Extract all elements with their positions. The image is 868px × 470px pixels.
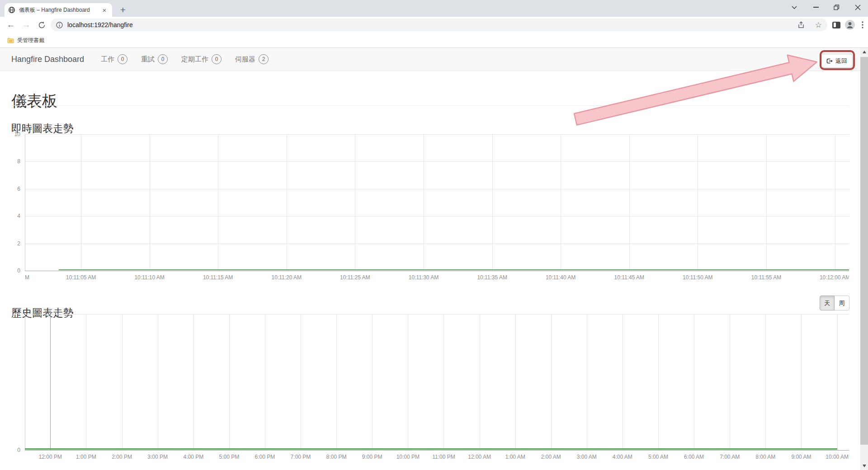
bookmark-star-icon[interactable]: ☆ (815, 20, 822, 30)
tab-title: 儀表板 – Hangfire Dashboard (19, 6, 97, 14)
y-tick-label: 1 (17, 311, 20, 317)
plot-left-border (25, 134, 25, 271)
x-tick-label: 8:00 PM (326, 454, 347, 460)
nav-item-label: 重試 (141, 55, 155, 64)
x-tick-label: 11:00 PM (432, 454, 455, 460)
grid-vline (287, 134, 287, 271)
nav-item-label: 定期工作 (181, 55, 208, 64)
scroll-up-icon[interactable] (860, 48, 868, 56)
grid-vline (515, 314, 516, 450)
x-tick-label: 9:00 AM (791, 454, 811, 460)
grid-vline (587, 314, 587, 450)
y-tick-label: 0 (17, 447, 20, 453)
y-tick-label: 4 (17, 213, 20, 219)
nav-item-servers[interactable]: 伺服器 2 (228, 48, 275, 70)
x-tick-label: 12:00 PM (39, 454, 62, 460)
x-tick-label: 12:00 AM (468, 454, 491, 460)
grid-vline (301, 314, 301, 450)
window-close-button[interactable] (849, 0, 867, 14)
jobs-count-badge: 0 (118, 54, 127, 64)
x-tick-label: 7:00 AM (720, 454, 740, 460)
retries-count-badge: 0 (158, 54, 168, 64)
tab-close-icon[interactable]: × (100, 6, 108, 14)
nav-menu: 工作 0 重試 0 定期工作 0 伺服器 2 (94, 48, 275, 70)
toggle-week-button[interactable]: 周 (835, 296, 849, 310)
nav-item-jobs[interactable]: 工作 0 (94, 48, 134, 70)
grid-vline (765, 314, 766, 450)
y-tick-label: 6 (17, 186, 20, 192)
side-panel-icon[interactable] (830, 19, 843, 31)
grid-vline (835, 134, 835, 271)
share-icon[interactable] (797, 21, 805, 29)
x-tick-label: 3:00 PM (147, 454, 168, 460)
nav-item-label: 工作 (101, 55, 114, 64)
x-tick-label: 10:11:45 AM (614, 274, 645, 281)
new-tab-button[interactable]: + (117, 4, 129, 16)
brand-link[interactable]: Hangfire Dashboard (11, 55, 84, 64)
forward-icon[interactable]: → (20, 19, 33, 31)
grid-vline (355, 134, 355, 271)
x-tick-label: 5:00 PM (219, 454, 240, 460)
x-tick-label: 9:00 PM (362, 454, 382, 460)
grid-vline (623, 314, 623, 450)
nav-item-label: 伺服器 (235, 55, 255, 64)
address-bar[interactable]: localhost:1922/hangfire ☆ (51, 19, 827, 31)
x-tick-label: 7:00 PM (291, 454, 311, 460)
toggle-day-button[interactable]: 天 (820, 296, 835, 310)
managed-bookmarks-item[interactable]: 受管理書籤 (7, 37, 44, 44)
scrollbar-thumb[interactable] (860, 57, 868, 445)
x-tick-label: 10:11:50 AM (683, 274, 713, 281)
browser-tab[interactable]: 儀表板 – Hangfire Dashboard × (5, 3, 112, 17)
grid-vline (443, 314, 444, 450)
x-tick-label: 10:11:30 AM (409, 274, 439, 281)
grid-vline (492, 134, 493, 271)
site-info-icon[interactable] (56, 22, 63, 28)
history-chart: 1012:00 PM1:00 PM2:00 PM3:00 PM4:00 PM5:… (25, 314, 849, 450)
nav-item-recurring[interactable]: 定期工作 0 (175, 48, 228, 70)
x-tick-label: 10:11:55 AM (751, 274, 782, 281)
grid-vline (158, 314, 158, 450)
grid-hline (25, 134, 849, 135)
x-axis-labels: M10:11:05 AM10:11:10 AM10:11:15 AM10:11:… (25, 271, 849, 283)
x-tick-label: 10:11:05 AM (66, 274, 96, 281)
reload-icon[interactable] (35, 19, 48, 31)
browser-titlebar: 儀表板 – Hangfire Dashboard × + (0, 0, 868, 17)
window-minimize-button[interactable] (807, 0, 825, 14)
grid-vline (837, 314, 838, 450)
recurring-count-badge: 0 (212, 54, 222, 64)
grid-vline (193, 314, 194, 450)
grid-vline (336, 314, 337, 450)
x-tick-label: 10:11:20 AM (272, 274, 302, 281)
grid-vline (86, 314, 86, 450)
bookmarks-bar: 受管理書籤 (0, 33, 868, 48)
servers-count-badge: 2 (259, 54, 269, 64)
window-restore-button[interactable] (827, 0, 845, 14)
x-tick-label: 4:00 PM (183, 454, 203, 460)
profile-avatar[interactable] (844, 19, 856, 31)
hangfire-page: Hangfire Dashboard 工作 0 重試 0 定期工作 0 伺服器 … (0, 48, 860, 470)
grid-hline (25, 314, 849, 315)
nav-item-retries[interactable]: 重試 0 (134, 48, 175, 70)
grid-vline (229, 314, 230, 450)
x-tick-label: 10:00 AM (826, 454, 849, 460)
x-tick-label: 10:00 PM (396, 454, 420, 460)
x-tick-label: 8:00 AM (755, 454, 775, 460)
x-tick-label: 10:11:15 AM (203, 274, 233, 281)
x-tick-label: 10:11:10 AM (134, 274, 165, 281)
x-tick-label: 6:00 AM (684, 454, 704, 460)
browser-menu-dots-icon[interactable] (856, 19, 868, 31)
tab-search-chevron-icon[interactable] (785, 0, 803, 14)
back-to-site-button[interactable]: 返回 (821, 54, 853, 68)
scroll-down-icon[interactable] (860, 462, 868, 470)
x-tick-label: 1:00 PM (76, 454, 96, 460)
realtime-chart: 1086420M10:11:05 AM10:11:10 AM10:11:15 A… (25, 134, 849, 271)
x-tick-label: 2:00 AM (541, 454, 561, 460)
plot-left-border (25, 314, 25, 450)
x-axis-labels: 12:00 PM1:00 PM2:00 PM3:00 PM4:00 PM5:00… (25, 450, 849, 463)
y-tick-label: 8 (17, 158, 20, 164)
page-scrollbar[interactable] (860, 48, 868, 470)
back-icon[interactable]: ← (5, 19, 17, 31)
folder-icon (7, 38, 14, 43)
history-period-toggle: 天 周 (820, 296, 849, 310)
succeeded-series-line (25, 448, 837, 450)
